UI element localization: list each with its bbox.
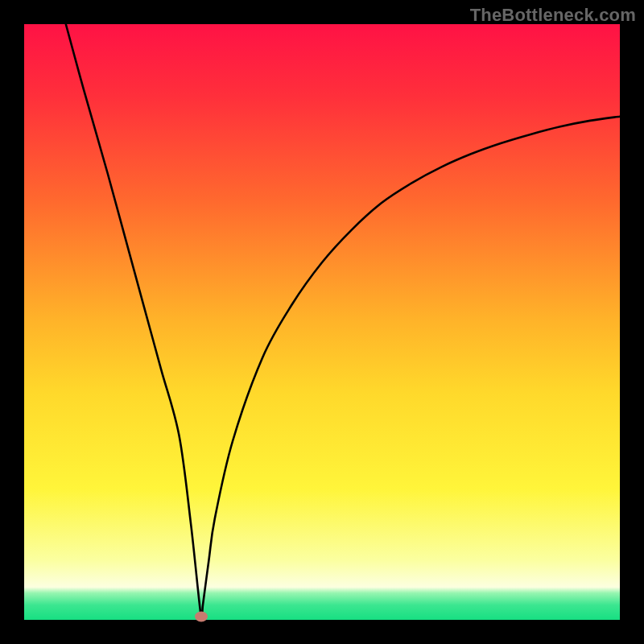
chart-stage: TheBottleneck.com xyxy=(0,0,644,644)
plot-area xyxy=(24,24,620,620)
watermark-text: TheBottleneck.com xyxy=(470,5,636,26)
minimum-marker xyxy=(195,612,208,622)
bottleneck-curve xyxy=(24,24,620,620)
